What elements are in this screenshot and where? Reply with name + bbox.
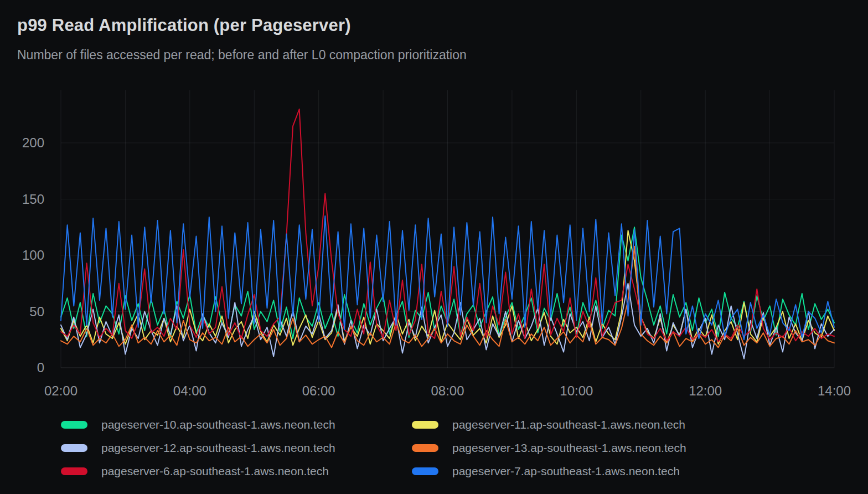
legend-label: pageserver-10.ap-southeast-1.aws.neon.te…: [101, 418, 335, 431]
x-axis-tick-label: 12:00: [689, 383, 722, 398]
x-axis-tick-label: 10:00: [560, 383, 593, 398]
x-axis-tick-label: 14:00: [818, 383, 851, 398]
legend-color-pill: [61, 467, 87, 475]
legend-item-pageserver-7[interactable]: pageserver-7.ap-southeast-1.aws.neon.tec…: [412, 464, 836, 478]
legend-item-pageserver-6[interactable]: pageserver-6.ap-southeast-1.aws.neon.tec…: [61, 464, 412, 478]
y-axis-tick-label: 150: [22, 192, 44, 207]
legend-color-pill: [412, 421, 438, 429]
read-amplification-panel: p99 Read Amplification (per Pageserver) …: [0, 0, 868, 494]
time-series-chart-plot[interactable]: 05010015020002:0004:0006:0008:0010:0012:…: [0, 0, 868, 413]
y-axis-tick-label: 50: [29, 304, 44, 319]
x-axis-tick-label: 02:00: [44, 383, 78, 398]
legend-label: pageserver-13.ap-southeast-1.aws.neon.te…: [452, 441, 686, 455]
x-axis-tick-label: 06:00: [302, 383, 335, 398]
y-axis-tick-label: 0: [37, 360, 44, 375]
x-axis-tick-label: 04:00: [173, 383, 206, 398]
legend-item-pageserver-11[interactable]: pageserver-11.ap-southeast-1.aws.neon.te…: [412, 418, 836, 432]
legend-color-pill: [61, 421, 87, 429]
legend-color-pill: [61, 444, 87, 452]
legend-label: pageserver-11.ap-southeast-1.aws.neon.te…: [452, 418, 685, 431]
legend-color-pill: [412, 444, 438, 452]
legend-color-pill: [412, 467, 438, 475]
legend-item-pageserver-10[interactable]: pageserver-10.ap-southeast-1.aws.neon.te…: [61, 418, 412, 432]
legend-label: pageserver-7.ap-southeast-1.aws.neon.tec…: [452, 465, 680, 478]
legend-label: pageserver-12.ap-southeast-1.aws.neon.te…: [101, 441, 335, 455]
legend-item-pageserver-12[interactable]: pageserver-12.ap-southeast-1.aws.neon.te…: [61, 441, 412, 455]
legend-item-pageserver-13[interactable]: pageserver-13.ap-southeast-1.aws.neon.te…: [412, 441, 836, 455]
y-axis-tick-label: 100: [22, 248, 44, 263]
x-axis-tick-label: 08:00: [431, 383, 464, 398]
chart-legend: pageserver-10.ap-southeast-1.aws.neon.te…: [61, 418, 836, 478]
legend-label: pageserver-6.ap-southeast-1.aws.neon.tec…: [101, 465, 329, 478]
y-axis-tick-label: 200: [22, 135, 44, 150]
